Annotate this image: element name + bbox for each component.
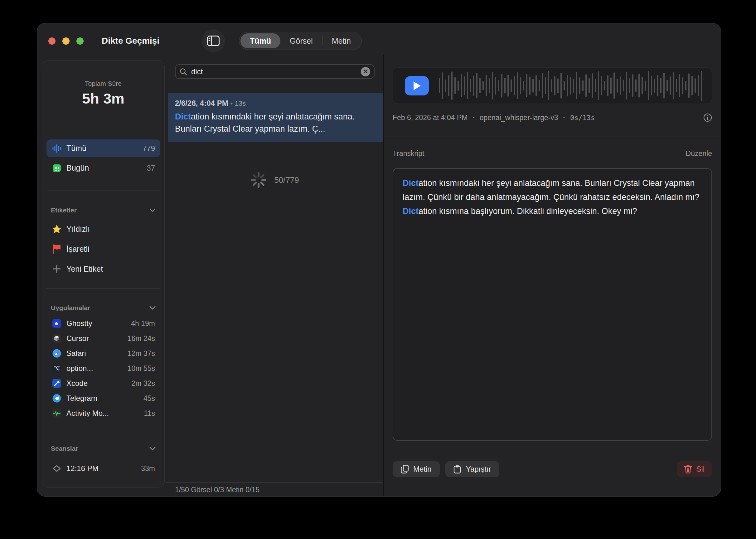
sidebar-item-isaretli[interactable]: İşaretli: [46, 239, 160, 259]
model-name: openai_whisper-large-v3: [480, 114, 558, 122]
loading-row: 50/779: [166, 172, 383, 188]
total-duration-label: Toplam Süre: [42, 80, 164, 87]
chevron-down-icon: [149, 208, 156, 212]
session-row[interactable]: 12:16 PM 33m: [46, 461, 160, 476]
chevron-down-icon: [149, 306, 156, 310]
app-row-activity-monitor[interactable]: Activity Mo... 11s: [46, 406, 160, 421]
sidebar-item-label: Yeni Etiket: [66, 265, 103, 273]
telegram-app-icon: [51, 394, 62, 403]
app-window: Dikte Geçmişi Tümü Görsel Metin Toplam S…: [37, 23, 721, 497]
transcript-header-row: Transkript Düzenle: [393, 149, 712, 158]
sidebar: Toplam Süre 5h 3m Tümü 779: [42, 60, 165, 488]
sidebar-divider: [46, 288, 160, 288]
apps-list: Ghostty 4h 19m Cursor 16m 24s: [46, 316, 160, 421]
tags-list: Yıldızlı İşaretli Yeni Etiket: [46, 219, 160, 279]
search-input[interactable]: dict: [191, 67, 361, 76]
total-duration-card: Toplam Süre 5h 3m: [42, 60, 164, 107]
sessions-header-label: Seanslar: [51, 445, 149, 452]
library-list: Tümü 779 Bugün 37: [46, 139, 160, 177]
zoom-window-button[interactable]: [76, 38, 84, 44]
flag-icon: [51, 244, 62, 254]
sidebar-item-count: 37: [147, 164, 155, 173]
delete-button-label: Sil: [696, 465, 705, 474]
clear-search-icon[interactable]: ✕: [361, 67, 370, 76]
recordings-list-pane: dict ✕ 2/6/26, 4:04 PM • 13s Dictation k…: [166, 58, 383, 497]
app-name: option...: [66, 364, 127, 373]
recording-preview-text: Dictation kısmındaki her şeyi anlatacağı…: [175, 111, 371, 135]
playback-time: 0s/13s: [570, 114, 595, 122]
transcript-text[interactable]: Dictation kısmındaki her şeyi anlatacağı…: [393, 168, 712, 441]
waveform-icon: [51, 144, 62, 153]
edit-button[interactable]: Düzenle: [686, 149, 712, 158]
copy-button-label: Metin: [413, 465, 432, 474]
app-row-xcode[interactable]: Xcode 2m 32s: [46, 376, 160, 391]
sidebar-toggle-button[interactable]: [202, 29, 225, 52]
new-tag-button[interactable]: Yeni Etiket: [46, 259, 160, 279]
apps-section-header[interactable]: Uygulamalar: [51, 304, 156, 312]
sessions-section-header[interactable]: Seanslar: [51, 445, 156, 452]
audio-player: [393, 67, 712, 104]
app-duration: 12m 37s: [127, 349, 155, 358]
total-duration-value: 5h 3m: [42, 90, 164, 107]
sidebar-toggle-icon: [207, 36, 220, 46]
sidebar-item-count: 779: [142, 144, 155, 153]
app-duration: 2m 32s: [132, 379, 155, 388]
sidebar-divider: [46, 191, 160, 191]
ghostty-app-icon: [51, 319, 62, 328]
app-row-telegram[interactable]: Telegram 45s: [46, 391, 160, 406]
search-field[interactable]: dict ✕: [175, 64, 375, 79]
delete-button[interactable]: Sil: [677, 461, 712, 477]
recording-list-item-selected[interactable]: 2/6/26, 4:04 PM • 13s Dictation kısmında…: [168, 93, 383, 142]
info-icon[interactable]: [703, 113, 712, 122]
list-status-text: 1/50 Görsel 0/3 Metin 0/15: [175, 486, 260, 494]
sidebar-item-tumu[interactable]: Tümü 779: [46, 139, 160, 157]
copy-text-button[interactable]: Metin: [393, 461, 440, 477]
app-name: Cursor: [66, 334, 127, 343]
sidebar-divider: [46, 429, 160, 429]
tags-section-header[interactable]: Etiketler: [51, 206, 156, 214]
app-row-option[interactable]: option... 10m 55s: [46, 361, 160, 376]
detail-actions: Metin Yapıştır: [393, 461, 712, 477]
app-row-cursor[interactable]: Cursor 16m 24s: [46, 331, 160, 346]
sidebar-item-label: Bugün: [66, 163, 147, 173]
tags-header-label: Etiketler: [51, 206, 149, 214]
detail-pane: Feb 6, 2026 at 4:04 PM • openai_whisper-…: [384, 46, 721, 497]
play-button[interactable]: [405, 76, 429, 96]
star-icon: [51, 224, 62, 234]
paste-button[interactable]: Yapıştır: [445, 461, 499, 477]
detail-date: Feb 6, 2026 at 4:04 PM: [393, 114, 468, 122]
sidebar-item-bugun[interactable]: Bugün 37: [46, 159, 160, 177]
tab-gorsel[interactable]: Görsel: [280, 34, 322, 48]
sidebar-item-label: İşaretli: [66, 245, 90, 254]
activity-monitor-app-icon: [51, 409, 62, 418]
waveform[interactable]: [439, 71, 704, 101]
cursor-app-icon: [51, 334, 62, 343]
tab-metin[interactable]: Metin: [323, 34, 360, 48]
option-app-icon: [51, 364, 62, 373]
app-row-safari[interactable]: Safari 12m 37s: [46, 346, 160, 361]
chevron-down-icon: [149, 447, 156, 450]
search-icon: [179, 68, 188, 76]
sidebar-item-label: Tümü: [66, 144, 142, 153]
meta-dot: •: [230, 100, 233, 107]
app-duration: 10m 55s: [127, 364, 155, 373]
session-icon: [51, 464, 62, 473]
app-name: Safari: [66, 349, 127, 358]
xcode-app-icon: [51, 379, 62, 388]
app-duration: 45s: [143, 394, 155, 403]
tab-tumu[interactable]: Tümü: [241, 34, 280, 48]
app-duration: 16m 24s: [127, 334, 155, 343]
app-name: Xcode: [66, 379, 132, 388]
recording-date: 2/6/26, 4:04 PM: [175, 99, 228, 107]
app-row-ghostty[interactable]: Ghostty 4h 19m: [46, 316, 160, 331]
app-name: Activity Mo...: [66, 409, 144, 418]
apps-header-label: Uygulamalar: [51, 304, 149, 312]
meta-dot: •: [473, 115, 474, 121]
loading-spinner-icon: [251, 172, 267, 188]
minimize-window-button[interactable]: [62, 38, 70, 44]
app-name: Telegram: [66, 394, 143, 403]
sessions-list: 12:16 PM 33m: [46, 461, 160, 476]
close-window-button[interactable]: [48, 38, 55, 44]
sidebar-item-label: Yıldızlı: [66, 225, 90, 234]
sidebar-item-yildizli[interactable]: Yıldızlı: [46, 219, 160, 239]
